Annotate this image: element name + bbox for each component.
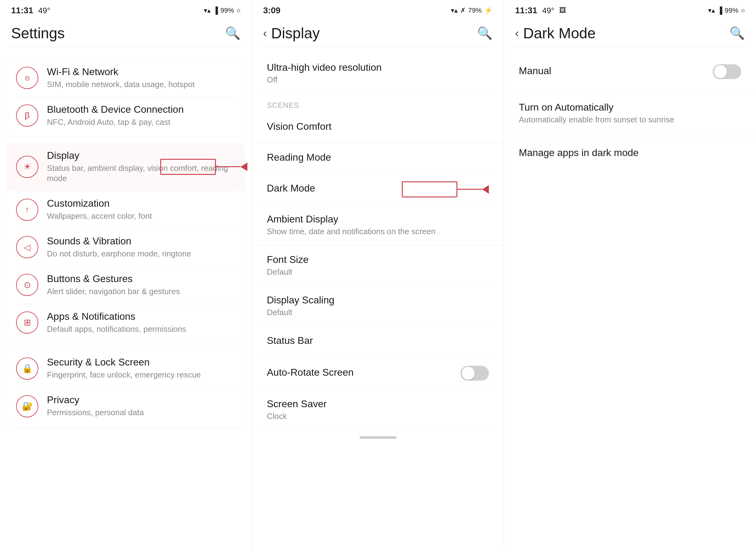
manage-title: Manage apps in dark mode [519, 147, 639, 158]
display-item-darkmode[interactable]: Dark Mode [252, 174, 504, 205]
display-search-icon[interactable]: 🔍 [477, 26, 493, 40]
scaling-subtitle: Default [267, 308, 489, 317]
fontsize-subtitle: Default [267, 267, 489, 277]
status-bar-middle: 3:09 ▾▴ ✗ 79% ⚡ [252, 0, 504, 19]
customization-title: Customization [47, 198, 236, 209]
scroll-bar [359, 436, 397, 439]
manual-text: Manual [519, 65, 551, 78]
ambient-subtitle: Show time, date and notifications on the… [267, 227, 489, 236]
display-item-reading[interactable]: Reading Mode [252, 143, 504, 174]
customization-text: Customization Wallpapers, accent color, … [47, 198, 236, 221]
display-topbar: ‹ Display 🔍 [252, 19, 504, 47]
sounds-text: Sounds & Vibration Do not disturb, earph… [47, 235, 236, 259]
buttons-title: Buttons & Gestures [47, 273, 236, 285]
manual-toggle[interactable] [713, 64, 741, 79]
status-temp-left: 49° [38, 6, 50, 15]
display-item-screensaver[interactable]: Screen Saver Clock [252, 390, 504, 430]
display-item-uhd[interactable]: Ultra-high video resolution Off [252, 53, 504, 94]
scaling-title: Display Scaling [267, 295, 489, 306]
scenes-label: SCENES [252, 94, 504, 112]
signal-icon-mid: ▾▴ [451, 6, 458, 15]
battery-circle-icon: ○ [237, 6, 241, 15]
darkmode-item-manage[interactable]: Manage apps in dark mode [504, 136, 756, 171]
battery-left: 99% [221, 6, 234, 15]
settings-topbar: Settings 🔍 [0, 19, 252, 47]
apps-text: Apps & Notifications Default apps, notif… [47, 311, 236, 335]
sounds-icon: ◁ [16, 236, 38, 258]
privacy-icon: 🔐 [16, 395, 38, 417]
display-title-bar: ‹ Display [263, 25, 320, 42]
settings-search-icon[interactable]: 🔍 [225, 26, 241, 40]
signal-icon-right: ▾▴ [708, 6, 715, 15]
wifi-text: Wi-Fi & Network SIM, mobile network, dat… [47, 66, 236, 90]
display-title: Display [47, 150, 236, 161]
darkmode-item-manual[interactable]: Manual [504, 53, 756, 90]
ambient-title: Ambient Display [267, 213, 489, 225]
uhd-title: Ultra-high video resolution [267, 62, 489, 73]
security-subtitle: Fingerprint, face unlock, emergency resc… [47, 370, 236, 380]
battery-circle-right: ○ [741, 6, 745, 15]
status-temp-right: 49° [542, 6, 554, 15]
bluetooth-icon: β [16, 104, 38, 127]
customization-icon: ↑ [16, 199, 38, 221]
privacy-title: Privacy [47, 394, 236, 406]
bluetooth-title: Bluetooth & Device Connection [47, 104, 236, 115]
settings-item-sounds[interactable]: ◁ Sounds & Vibration Do not disturb, ear… [7, 228, 244, 266]
settings-item-bluetooth[interactable]: β Bluetooth & Device Connection NFC, And… [7, 97, 244, 134]
signal2-icon-right: ▐ [717, 6, 722, 15]
manual-title: Manual [519, 65, 551, 77]
settings-item-buttons[interactable]: ⊙ Buttons & Gestures Alert slider, navig… [7, 266, 244, 304]
wifi-subtitle: SIM, mobile network, data usage, hotspot [47, 79, 236, 90]
screensaver-title: Screen Saver [267, 398, 489, 410]
settings-item-security[interactable]: 🔒 Security & Lock Screen Fingerprint, fa… [7, 350, 244, 387]
darkmode-row: Dark Mode [267, 182, 489, 196]
manual-toggle-knob [714, 65, 727, 78]
auto-subtitle: Automatically enable from sunset to sunr… [519, 115, 674, 124]
display-title: Display [271, 25, 320, 42]
apps-title: Apps & Notifications [47, 311, 236, 322]
autorotate-toggle[interactable] [460, 366, 489, 381]
darkmode-back-button[interactable]: ‹ [515, 27, 519, 40]
display-item-statusbar[interactable]: Status Bar [252, 326, 504, 357]
uhd-subtitle: Off [267, 75, 489, 85]
darkmode-search-icon[interactable]: 🔍 [729, 26, 745, 40]
scroll-indicator-middle [252, 430, 504, 442]
settings-item-customization[interactable]: ↑ Customization Wallpapers, accent color… [7, 191, 244, 228]
display-back-button[interactable]: ‹ [263, 27, 267, 40]
security-text: Security & Lock Screen Fingerprint, face… [47, 357, 236, 380]
display-list: Ultra-high video resolution Off SCENES V… [252, 47, 504, 549]
darkmode-title-bar: ‹ Dark Mode [515, 25, 596, 42]
security-title: Security & Lock Screen [47, 357, 236, 368]
darkmode-item-auto[interactable]: Turn on Automatically Automatically enab… [504, 90, 756, 136]
apps-icon: ⊞ [16, 312, 38, 334]
status-time-right: 11:31 [515, 6, 537, 15]
security-icon: 🔒 [16, 358, 38, 380]
bolt-icon: ⚡ [484, 6, 493, 15]
display-item-scaling[interactable]: Display Scaling Default [252, 286, 504, 326]
reading-title: Reading Mode [267, 152, 489, 163]
buttons-text: Buttons & Gestures Alert slider, navigat… [47, 273, 236, 297]
screensaver-subtitle: Clock [267, 412, 489, 421]
settings-item-privacy[interactable]: 🔐 Privacy Permissions, personal data [7, 388, 244, 425]
display-icon: ☀ [16, 156, 38, 178]
darkmode-title: Dark Mode [523, 25, 596, 42]
battery-right: 99% [725, 6, 738, 15]
settings-group-security: 🔒 Security & Lock Screen Fingerprint, fa… [7, 347, 244, 427]
settings-item-apps[interactable]: ⊞ Apps & Notifications Default apps, not… [7, 304, 244, 342]
settings-title: Settings [11, 25, 65, 42]
buttons-icon: ⊙ [16, 274, 38, 296]
settings-item-wifi[interactable]: ⌾ Wi-Fi & Network SIM, mobile network, d… [7, 59, 244, 97]
display-item-vision[interactable]: Vision Comfort [252, 112, 504, 143]
status-icons-right: ▾▴ ▐ 99% ○ [708, 6, 745, 15]
settings-item-display[interactable]: ☀ Display Status bar, ambient display, v… [7, 143, 244, 191]
sounds-title: Sounds & Vibration [47, 235, 236, 247]
display-item-autorotate[interactable]: Auto-Rotate Screen [252, 357, 504, 390]
privacy-subtitle: Permissions, personal data [47, 408, 236, 418]
wifi-icon: ⌾ [16, 67, 38, 89]
darkmode-panel: 11:31 49° 🖼 ▾▴ ▐ 99% ○ ‹ Dark Mode 🔍 Man… [504, 0, 756, 549]
display-text: Display Status bar, ambient display, vis… [47, 150, 236, 184]
display-item-fontsize[interactable]: Font Size Default [252, 245, 504, 286]
wifi-icon: ▾▴ [204, 6, 211, 15]
display-item-ambient[interactable]: Ambient Display Show time, date and noti… [252, 205, 504, 245]
bluetooth-subtitle: NFC, Android Auto, tap & pay, cast [47, 117, 236, 128]
